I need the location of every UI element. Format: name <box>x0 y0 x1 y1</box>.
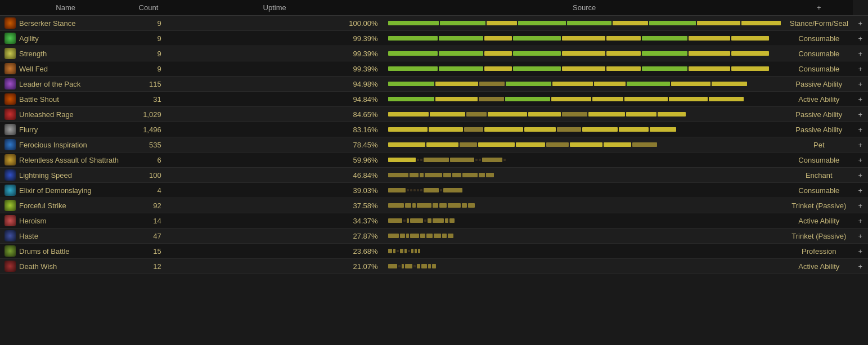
bar-segment <box>487 21 517 25</box>
expand-button[interactable]: + <box>853 168 868 183</box>
bar-segment <box>388 82 435 86</box>
bar-segment <box>442 234 446 238</box>
bar-segment <box>445 218 448 223</box>
expand-button[interactable]: + <box>853 183 868 198</box>
expand-button[interactable]: + <box>853 259 868 274</box>
bar-segment <box>604 142 631 147</box>
buff-uptime-bars <box>384 122 785 137</box>
buff-name: Well Fed <box>19 65 48 73</box>
table-row: Relentless Assault of Shattrath659.96%Co… <box>0 153 868 168</box>
bar-segment <box>424 188 439 192</box>
buff-icon <box>5 109 16 120</box>
buff-icon <box>5 93 16 105</box>
buff-uptime-pct: 99.39% <box>166 61 384 77</box>
buff-icon <box>5 17 16 29</box>
bar-segment <box>594 82 626 86</box>
bar-segment <box>417 203 431 208</box>
buff-icon <box>5 63 16 74</box>
expand-button[interactable]: + <box>853 122 868 137</box>
buff-count: 535 <box>131 137 165 153</box>
bar-segment <box>479 97 504 101</box>
expand-button[interactable]: + <box>853 92 868 107</box>
bar-segment <box>524 127 556 132</box>
bar-segment <box>513 51 561 56</box>
bar-segment <box>417 264 420 268</box>
bar-segment <box>428 264 431 268</box>
bar-segment <box>582 127 618 132</box>
buff-icon <box>5 261 16 272</box>
bar-segment <box>388 249 392 253</box>
bar-segment <box>503 159 506 161</box>
buff-source: Trinket (Passive) <box>785 198 853 213</box>
table-row: Strength999.39%Consumable+ <box>0 46 868 61</box>
expand-button[interactable]: + <box>853 61 868 77</box>
expand-button[interactable]: + <box>853 31 868 46</box>
bar-segment <box>440 189 442 191</box>
buff-count: 92 <box>131 198 165 213</box>
bar-segment <box>433 203 439 208</box>
buff-icon <box>5 169 16 181</box>
buff-icon <box>5 230 16 241</box>
buff-name: Strength <box>19 50 47 58</box>
expand-button[interactable]: + <box>853 198 868 213</box>
expand-button[interactable]: + <box>853 153 868 168</box>
expand-button[interactable]: + <box>853 77 868 92</box>
bar-segment <box>404 249 407 253</box>
buff-count: 1,029 <box>131 107 165 122</box>
bar-segment <box>420 234 425 238</box>
buff-name: Leader of the Pack <box>19 80 80 88</box>
buff-source: Active Ability <box>785 92 853 107</box>
buff-name: Unleashed Rage <box>19 110 74 119</box>
buff-name: Relentless Assault of Shattrath <box>19 156 119 164</box>
buff-uptime-bars <box>384 183 785 198</box>
bar-segment <box>408 250 410 252</box>
expand-button[interactable]: + <box>853 228 868 244</box>
bar-segment <box>406 234 409 238</box>
expand-button[interactable]: + <box>853 16 868 31</box>
buff-name: Death Wish <box>19 262 57 271</box>
buff-uptime-pct: 94.98% <box>166 77 384 92</box>
bar-segment <box>432 264 436 268</box>
buff-uptime-bars <box>384 153 785 168</box>
expand-button[interactable]: + <box>853 137 868 153</box>
buff-uptime-pct: 99.39% <box>166 46 384 61</box>
col-header-name: Name <box>0 0 131 16</box>
buff-uptime-pct: 39.03% <box>166 183 384 198</box>
bar-segment <box>462 173 478 177</box>
bar-segment <box>588 112 625 117</box>
buff-count: 115 <box>131 77 165 92</box>
bar-segment <box>435 82 478 86</box>
bar-segment <box>606 51 641 56</box>
expand-button[interactable]: + <box>853 107 868 122</box>
bar-segment <box>642 51 687 56</box>
table-row: Forceful Strike9237.58%Trinket (Passive)… <box>0 198 868 213</box>
buff-name: Heroism <box>19 217 46 225</box>
bar-segment <box>412 203 416 208</box>
buff-uptime-bars <box>384 16 785 31</box>
buff-source: Active Ability <box>785 259 853 274</box>
expand-button[interactable]: + <box>853 213 868 228</box>
buff-uptime-pct: 37.58% <box>166 198 384 213</box>
bar-segment <box>411 249 414 253</box>
buff-icon <box>5 185 16 196</box>
bar-segment <box>731 51 770 56</box>
buff-uptime-pct: 84.65% <box>166 107 384 122</box>
col-header-plus[interactable]: + <box>785 0 853 16</box>
bar-segment <box>433 218 444 223</box>
bar-segment <box>650 127 677 132</box>
expand-button[interactable]: + <box>853 46 868 61</box>
expand-button[interactable]: + <box>853 244 868 259</box>
bar-segment <box>484 51 512 56</box>
bar-segment <box>479 159 481 161</box>
bar-segment <box>420 189 422 191</box>
buff-count: 14 <box>131 213 165 228</box>
bar-segment <box>388 36 438 41</box>
buff-count: 6 <box>131 153 165 168</box>
bar-segment <box>528 112 561 117</box>
bar-segment <box>439 203 447 208</box>
buffs-table: Name Count Uptime Source + Berserker Sta… <box>0 0 868 274</box>
buff-name: Haste <box>19 232 38 240</box>
buff-uptime-pct: 83.16% <box>166 122 384 137</box>
bar-segment <box>439 51 483 56</box>
bar-segment <box>562 112 587 117</box>
